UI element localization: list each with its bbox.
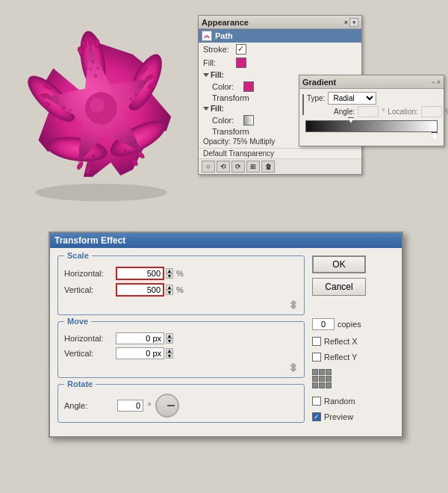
svg-point-36 bbox=[41, 102, 50, 107]
move-horizontal-spinner[interactable]: ▲ ▼ bbox=[166, 333, 173, 344]
gradient-type-select[interactable]: Radial Linear bbox=[328, 92, 376, 105]
scale-v-down-arrow[interactable]: ▼ bbox=[166, 290, 173, 295]
degree-symbol: ° bbox=[148, 401, 151, 410]
toolbar-btn-4[interactable]: ⊞ bbox=[246, 161, 260, 173]
default-transparency: Default Transparency bbox=[199, 148, 361, 158]
fill-color-swatch[interactable] bbox=[236, 58, 246, 68]
move-section: Move Horizontal: ▲ ▼ Vertical: ▲ ▼ bbox=[57, 321, 305, 378]
gradient-close[interactable]: × bbox=[437, 78, 441, 86]
scale-v-unit: % bbox=[176, 285, 184, 294]
preview-label: Preview bbox=[324, 412, 353, 421]
move-vertical-spinner[interactable]: ▲ ▼ bbox=[166, 348, 173, 359]
gradient-slider-area[interactable] bbox=[302, 120, 441, 143]
rotate-angle-input[interactable] bbox=[117, 400, 143, 412]
grid-cell-7 bbox=[312, 382, 318, 388]
grid-cell-5 bbox=[319, 376, 325, 382]
gradient-location-label: Location: bbox=[388, 108, 418, 116]
fill1-color-label: Color: bbox=[212, 82, 240, 91]
gradient-slider-bar[interactable] bbox=[305, 120, 438, 132]
rotate-row: Angle: ° bbox=[64, 394, 298, 418]
gradient-angle-input[interactable] bbox=[358, 106, 379, 117]
gradient-type-row: Type: Radial Linear Angle: ° Location: % bbox=[302, 92, 441, 117]
stroke-checkbox[interactable] bbox=[236, 44, 246, 55]
grid-cell-3 bbox=[326, 369, 332, 375]
appearance-path-header: Path bbox=[199, 29, 361, 43]
scale-v-up-arrow[interactable]: ▲ bbox=[166, 285, 173, 290]
copies-label: copies bbox=[337, 320, 361, 329]
fill-label: Fill: bbox=[203, 58, 233, 67]
cancel-button[interactable]: Cancel bbox=[312, 278, 366, 296]
scale-horizontal-label: Horizontal: bbox=[64, 269, 113, 278]
stroke-row: Stroke: bbox=[199, 43, 361, 56]
copies-input[interactable] bbox=[312, 318, 335, 330]
reflect-x-checkbox[interactable] bbox=[312, 337, 321, 346]
move-legend: Move bbox=[64, 317, 91, 326]
scale-horizontal-input[interactable] bbox=[116, 267, 164, 280]
gradient-content: Type: Radial Linear Angle: ° Location: % bbox=[299, 89, 444, 146]
preview-checkbox[interactable]: ✓ bbox=[312, 412, 321, 421]
move-vertical-label: Vertical: bbox=[64, 349, 113, 358]
stroke-label: Stroke: bbox=[203, 45, 233, 54]
scale-constraint-icon bbox=[289, 300, 298, 310]
degree-symbol: ° bbox=[382, 108, 385, 116]
appearance-title-x: × bbox=[344, 19, 348, 26]
move-horizontal-label: Horizontal: bbox=[64, 334, 113, 343]
gradient-type-label: Type: bbox=[307, 94, 325, 102]
svg-point-40 bbox=[35, 184, 167, 202]
move-v-down-arrow[interactable]: ▼ bbox=[166, 353, 173, 359]
move-horizontal-input[interactable] bbox=[116, 332, 164, 344]
gradient-location-input[interactable] bbox=[421, 106, 442, 117]
toolbar-btn-1[interactable]: ○ bbox=[202, 161, 215, 173]
dialog-left-section: Scale Horizontal: ▲ ▼ % Vertical: bbox=[57, 255, 305, 429]
scale-vertical-row: Vertical: ▲ ▼ % bbox=[64, 283, 298, 297]
scale-horizontal-spinner[interactable]: ▲ ▼ bbox=[166, 268, 173, 279]
move-h-down-arrow[interactable]: ▼ bbox=[166, 338, 173, 344]
svg-point-35 bbox=[76, 161, 84, 170]
gradient-angle-label: Angle: bbox=[334, 108, 355, 116]
svg-marker-42 bbox=[290, 363, 296, 372]
fill2-color-swatch[interactable] bbox=[243, 115, 254, 125]
transform-effect-dialog: Transform Effect Scale Horizontal: ▲ ▼ % bbox=[49, 232, 403, 438]
toolbar-btn-5[interactable]: 🗑 bbox=[261, 161, 275, 173]
scale-vertical-input[interactable] bbox=[116, 283, 164, 297]
scale-h-down-arrow[interactable]: ▼ bbox=[166, 273, 173, 279]
copies-row: copies bbox=[312, 318, 361, 330]
reflect-x-label: Reflect X bbox=[324, 337, 358, 346]
angle-dial[interactable] bbox=[155, 394, 179, 418]
random-checkbox[interactable] bbox=[312, 397, 321, 406]
grid-cell-1 bbox=[312, 369, 318, 375]
gradient-stop-handle-right[interactable] bbox=[432, 132, 438, 141]
appearance-titlebar[interactable]: Appearance × ▾ bbox=[199, 16, 361, 29]
grid-cell-6 bbox=[326, 376, 332, 382]
toolbar-btn-3[interactable]: ⟳ bbox=[231, 161, 245, 173]
fill1-color-swatch[interactable] bbox=[243, 81, 254, 92]
gradient-titlebar[interactable]: Gradient − × bbox=[299, 75, 444, 89]
appearance-close-btn[interactable]: ▾ bbox=[349, 18, 358, 27]
gradient-preview bbox=[302, 94, 304, 115]
gradient-angle-row: Angle: ° Location: % bbox=[307, 106, 448, 117]
ok-button[interactable]: OK bbox=[312, 255, 366, 273]
triangle-down2-icon bbox=[203, 107, 209, 111]
scale-h-up-arrow[interactable]: ▲ bbox=[166, 268, 173, 273]
rotate-legend: Rotate bbox=[64, 379, 96, 388]
scale-legend: Scale bbox=[64, 251, 92, 260]
move-vertical-input[interactable] bbox=[116, 347, 164, 359]
toolbar-btn-2[interactable]: ⟲ bbox=[217, 161, 230, 173]
grid-cell-4 bbox=[312, 376, 318, 382]
transform-dialog-title: Transform Effect bbox=[55, 235, 125, 246]
reflect-y-checkbox[interactable] bbox=[312, 353, 321, 362]
rotate-section: Rotate Angle: ° bbox=[57, 384, 305, 423]
triangle-down-icon bbox=[203, 73, 209, 77]
preview-check-mark: ✓ bbox=[314, 413, 320, 421]
grid-cell-9 bbox=[326, 382, 332, 388]
move-v-up-arrow[interactable]: ▲ bbox=[166, 348, 173, 353]
gradient-stop-handle-left[interactable] bbox=[348, 117, 354, 123]
transform-dialog-titlebar[interactable]: Transform Effect bbox=[50, 233, 402, 248]
gradient-minus: − bbox=[431, 78, 435, 86]
move-h-up-arrow[interactable]: ▲ bbox=[166, 333, 173, 338]
scale-vertical-spinner[interactable]: ▲ ▼ bbox=[166, 285, 173, 295]
move-constraint-icon bbox=[289, 362, 298, 373]
preview-row: ✓ Preview bbox=[312, 412, 353, 421]
reflect-y-row: Reflect Y bbox=[312, 353, 357, 362]
random-label: Random bbox=[324, 397, 355, 406]
